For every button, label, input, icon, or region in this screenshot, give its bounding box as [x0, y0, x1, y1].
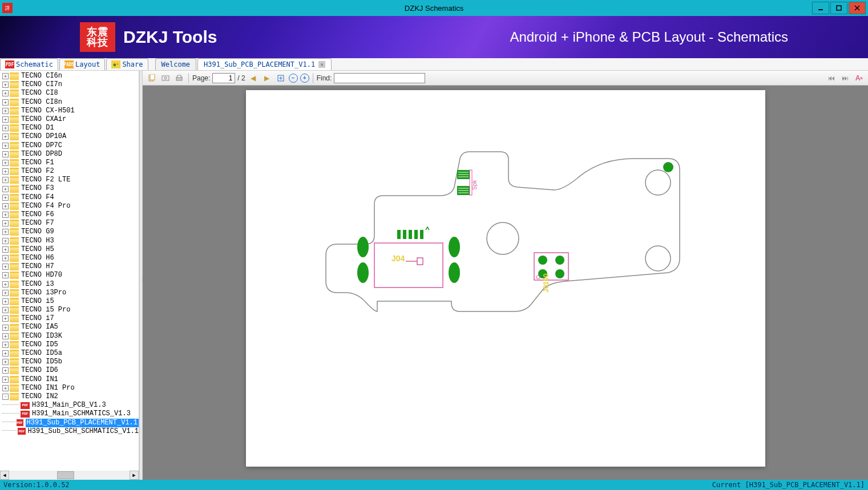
- tree-folder[interactable]: +TECNO ID5b: [0, 358, 139, 366]
- tree-folder[interactable]: +TECNO CI7n: [0, 80, 139, 89]
- tree-folder[interactable]: +TECNO CX-H501: [0, 107, 139, 115]
- scroll-left-icon[interactable]: ◄: [0, 471, 9, 480]
- expand-icon[interactable]: +: [2, 82, 9, 88]
- tree-folder[interactable]: +TECNO i3Pro: [0, 289, 139, 297]
- prev-page-icon[interactable]: ◀: [248, 72, 259, 84]
- expand-icon[interactable]: +: [2, 264, 9, 270]
- tree-folder[interactable]: +TECNO HD70: [0, 271, 139, 280]
- tree-folder[interactable]: +TECNO DP7C: [0, 141, 139, 150]
- expand-icon[interactable]: +: [2, 307, 9, 313]
- zoom-out-icon[interactable]: −: [289, 74, 298, 83]
- tree-folder[interactable]: +TECNO F6: [0, 210, 139, 219]
- find-input[interactable]: [334, 73, 425, 83]
- tree-folder[interactable]: +TECNO H5: [0, 245, 139, 254]
- expand-icon[interactable]: +: [2, 255, 9, 261]
- tree-folder[interactable]: +TECNO i3: [0, 280, 139, 289]
- expand-icon[interactable]: +: [2, 272, 9, 278]
- expand-icon[interactable]: +: [2, 116, 9, 123]
- tree-folder[interactable]: +TECNO DP8D: [0, 150, 139, 159]
- tree-folder[interactable]: +TECNO D1: [0, 124, 139, 132]
- expand-icon[interactable]: +: [2, 73, 9, 79]
- expand-icon[interactable]: +: [2, 359, 9, 365]
- expand-icon[interactable]: +: [2, 195, 9, 201]
- tree-file[interactable]: PDFH391_Main_SCHMATICS_V1.3: [0, 410, 139, 418]
- expand-icon[interactable]: +: [2, 186, 9, 192]
- tree-folder[interactable]: +TECNO IN1 Pro: [0, 384, 139, 392]
- tree-folder[interactable]: +TECNO F7: [0, 219, 139, 228]
- find-prev-icon[interactable]: ⏮: [826, 72, 837, 84]
- tree-folder[interactable]: +TECNO F4: [0, 193, 139, 202]
- collapse-icon[interactable]: -: [2, 394, 9, 400]
- tree-folder[interactable]: +TECNO CI8n: [0, 98, 139, 107]
- expand-icon[interactable]: +: [2, 133, 9, 140]
- expand-icon[interactable]: +: [2, 238, 9, 244]
- zoom-in-icon[interactable]: +: [300, 74, 309, 83]
- expand-icon[interactable]: +: [2, 125, 9, 131]
- expand-icon[interactable]: +: [2, 90, 9, 96]
- tree-folder[interactable]: +TECNO ID6: [0, 366, 139, 375]
- scroll-right-icon[interactable]: ►: [130, 471, 139, 480]
- expand-icon[interactable]: +: [2, 385, 9, 391]
- tree-folder[interactable]: +TECNO ID3K: [0, 332, 139, 341]
- expand-icon[interactable]: +: [2, 203, 9, 209]
- maximize-button[interactable]: [830, 2, 847, 14]
- expand-icon[interactable]: +: [2, 298, 9, 305]
- tree-folder[interactable]: +TECNO F2: [0, 167, 139, 176]
- tree-folder[interactable]: +TECNO CI8: [0, 89, 139, 98]
- tab-layout[interactable]: PADS Layout: [59, 58, 105, 70]
- text-size-icon[interactable]: Aa: [853, 72, 865, 84]
- tree-folder[interactable]: +TECNO CI6n: [0, 72, 139, 80]
- tree-folder[interactable]: +TECNO i5: [0, 297, 139, 306]
- close-tab-icon[interactable]: ✕: [318, 61, 325, 68]
- tree-folder[interactable]: +TECNO IA5: [0, 323, 139, 331]
- expand-icon[interactable]: +: [2, 99, 9, 106]
- expand-icon[interactable]: +: [2, 143, 9, 149]
- expand-icon[interactable]: +: [2, 350, 9, 357]
- tab-schematic[interactable]: PDF Schematic: [0, 58, 58, 70]
- tree-folder[interactable]: +TECNO F1: [0, 159, 139, 167]
- expand-icon[interactable]: +: [2, 177, 9, 183]
- expand-icon[interactable]: +: [2, 290, 9, 296]
- tree-folder[interactable]: +TECNO ID5a: [0, 349, 139, 358]
- expand-icon[interactable]: +: [2, 160, 9, 166]
- next-page-icon[interactable]: ▶: [261, 72, 273, 84]
- expand-icon[interactable]: +: [2, 342, 9, 348]
- expand-icon[interactable]: +: [2, 220, 9, 226]
- canvas[interactable]: Spk J04: [143, 86, 868, 480]
- page-input[interactable]: [212, 73, 235, 83]
- expand-icon[interactable]: +: [2, 281, 9, 287]
- expand-icon[interactable]: +: [2, 376, 9, 383]
- expand-icon[interactable]: +: [2, 212, 9, 218]
- expand-icon[interactable]: +: [2, 246, 9, 253]
- expand-icon[interactable]: +: [2, 325, 9, 331]
- tree-folder[interactable]: +TECNO H6: [0, 254, 139, 262]
- tree-folder[interactable]: +TECNO IN1: [0, 375, 139, 384]
- minimize-button[interactable]: [812, 2, 829, 14]
- tree-file[interactable]: PDFH391_Sub_PCB_PLACEMENT_V1.1: [0, 419, 139, 427]
- expand-icon[interactable]: +: [2, 229, 9, 235]
- tree-folder[interactable]: +TECNO H7: [0, 262, 139, 271]
- tree-folder[interactable]: +TECNO F4 Pro: [0, 202, 139, 210]
- tree-folder[interactable]: +TECNO ID5: [0, 341, 139, 349]
- file-tree[interactable]: +TECNO CI6n+TECNO CI7n+TECNO CI8+TECNO C…: [0, 71, 139, 437]
- doctab-welcome[interactable]: Welcome: [155, 58, 197, 70]
- tree-file[interactable]: PDFH391_Main_PCB_V1.3: [0, 401, 139, 410]
- close-button[interactable]: [849, 2, 866, 14]
- expand-icon[interactable]: +: [2, 168, 9, 175]
- expand-icon[interactable]: +: [2, 108, 9, 114]
- tree-folder-expanded[interactable]: -TECNO IN2: [0, 392, 139, 401]
- tab-share[interactable]: ●⁺ Share: [106, 58, 148, 70]
- find-next-icon[interactable]: ⏭: [839, 72, 851, 84]
- sidebar-hscroll[interactable]: ◄ ►: [0, 471, 139, 480]
- expand-icon[interactable]: +: [2, 151, 9, 157]
- tree-folder[interactable]: +TECNO i7: [0, 314, 139, 323]
- copy-icon[interactable]: [146, 72, 158, 84]
- expand-icon[interactable]: +: [2, 367, 9, 374]
- tree-file[interactable]: PDFH391_Sub_SCH_SCHMATICS_V1.1: [0, 427, 139, 436]
- tree-folder[interactable]: +TECNO F3: [0, 184, 139, 193]
- tree-folder[interactable]: +TECNO G9: [0, 228, 139, 236]
- fit-page-icon[interactable]: [275, 72, 286, 84]
- expand-icon[interactable]: +: [2, 315, 9, 322]
- tree-folder[interactable]: +TECNO H3: [0, 237, 139, 245]
- expand-icon[interactable]: +: [2, 333, 9, 339]
